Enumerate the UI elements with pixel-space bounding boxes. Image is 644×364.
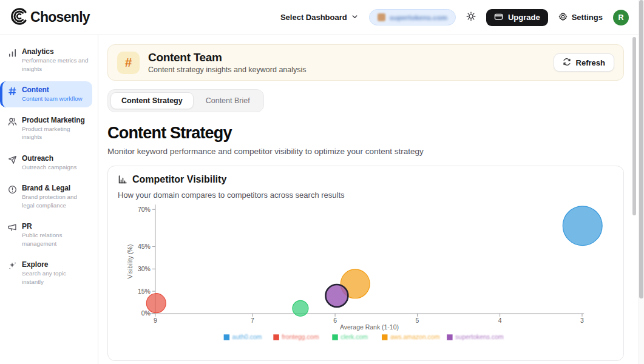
x-tick-label: 9 <box>154 317 157 324</box>
chevron-down-icon <box>351 13 359 22</box>
users-icon <box>8 117 17 126</box>
sidebar-item-label: Explore <box>22 260 89 269</box>
settings-button[interactable]: Settings <box>558 12 603 23</box>
chart-legend-item[interactable]: aws.amazon.com <box>382 334 440 340</box>
sun-icon <box>466 12 476 23</box>
legend-label: clerk.com <box>341 334 368 340</box>
x-tick-label: 5 <box>416 317 419 324</box>
legend-label: frontegg.com <box>282 334 319 340</box>
content-team-card: # Content Team Content strategy insights… <box>107 44 624 81</box>
sidebar-item-description: Brand protection and legal compliance <box>22 193 89 209</box>
column-chart-icon <box>118 175 127 184</box>
upgrade-button[interactable]: Upgrade <box>486 9 548 26</box>
legend-label: aws.amazon.com <box>390 334 440 340</box>
window-scrollbar-thumb[interactable] <box>639 0 643 298</box>
window-scrollbar-track[interactable] <box>639 0 644 364</box>
y-axis-title: Visibility (%) <box>127 244 134 279</box>
send-icon <box>8 155 17 164</box>
chart-legend-item[interactable]: clerk.com <box>332 334 368 340</box>
legend-swatch <box>382 334 387 340</box>
tab-content-brief[interactable]: Content Brief <box>195 92 261 109</box>
page-title: Content Strategy <box>107 124 624 143</box>
domain-favicon <box>378 13 385 21</box>
sidebar: AnalyticsPerformance metrics and insight… <box>0 35 98 364</box>
hash-icon <box>8 87 17 96</box>
bubble-clerk-com[interactable] <box>293 300 308 316</box>
sidebar-item-description: Product marketing insights <box>22 125 89 141</box>
tab-content-strategy[interactable]: Content Strategy <box>110 92 194 109</box>
team-card-subtitle: Content strategy insights and keyword an… <box>148 66 307 74</box>
refresh-button-label: Refresh <box>576 58 605 67</box>
main-content: # Content Team Content strategy insights… <box>98 35 632 364</box>
refresh-icon <box>563 58 571 68</box>
domain-pill-text: supertokens.com <box>390 14 447 21</box>
legend-swatch <box>273 334 279 340</box>
sidebar-item-product-marketing[interactable]: Product MarketingProduct marketing insig… <box>0 112 92 146</box>
sidebar-item-description: Search any topic instantly <box>22 269 89 286</box>
chart-card-header: Competitor Visibility <box>118 174 614 185</box>
competitor-visibility-card: Competitor Visibility How your domain co… <box>107 166 624 361</box>
sidebar-item-pr[interactable]: PRPublic relations management <box>0 218 92 252</box>
legend-swatch <box>447 334 452 340</box>
legend-label: supertokens.com <box>455 334 504 340</box>
chart-legend-item[interactable]: supertokens.com <box>447 334 504 340</box>
x-tick-label: 7 <box>251 317 254 324</box>
sidebar-item-label: Product Marketing <box>22 116 89 124</box>
avatar[interactable]: R <box>613 10 629 25</box>
sparkles-icon <box>8 261 17 271</box>
bubble-auth0-com[interactable] <box>563 206 602 246</box>
bar-chart-icon <box>8 49 17 58</box>
top-header: Chosenly Select Dashboard supertokens.co… <box>0 0 639 35</box>
competitor-visibility-chart: 0%15%30%45%70%976543Average Rank (1-10)V… <box>118 201 614 346</box>
legend-swatch <box>332 334 337 340</box>
hash-icon: # <box>117 52 140 74</box>
x-axis-title: Average Rank (1-10) <box>340 324 399 331</box>
sidebar-item-brand-legal[interactable]: Brand & LegalBrand protection and legal … <box>0 180 92 214</box>
settings-label: Settings <box>572 13 603 22</box>
tab-bar: Content StrategyContent Brief <box>107 89 264 112</box>
y-tick-label: 15% <box>138 288 151 295</box>
credit-card-icon <box>494 12 503 23</box>
legend-swatch <box>224 334 229 340</box>
domain-pill[interactable]: supertokens.com <box>369 9 456 25</box>
header-actions: Select Dashboard supertokens.com <box>280 9 629 26</box>
chart-card-title: Competitor Visibility <box>132 174 226 185</box>
x-tick-label: 3 <box>580 317 584 324</box>
sidebar-item-label: Content <box>22 86 89 94</box>
page-subtitle: Monitor keyword performance and competit… <box>107 147 624 156</box>
theme-toggle-button[interactable] <box>466 12 476 23</box>
gear-icon <box>558 12 568 23</box>
logo-text: Chosenly <box>30 9 90 25</box>
chart-legend-item[interactable]: frontegg.com <box>273 334 319 340</box>
sidebar-item-explore[interactable]: ExploreSearch any topic instantly <box>0 256 92 290</box>
sidebar-item-description: Performance metrics and insights <box>22 56 89 73</box>
x-tick-label: 4 <box>498 317 502 324</box>
chart-legend-item[interactable]: auth0.com <box>224 334 262 340</box>
legend-label: auth0.com <box>232 334 262 340</box>
sidebar-item-label: Analytics <box>22 47 89 56</box>
app-window: Chosenly Select Dashboard supertokens.co… <box>0 0 644 364</box>
upgrade-button-label: Upgrade <box>508 13 540 22</box>
bubble-supertokens-com[interactable] <box>325 285 348 307</box>
sidebar-item-content[interactable]: ContentContent team workflow <box>0 81 92 107</box>
sidebar-item-analytics[interactable]: AnalyticsPerformance metrics and insight… <box>0 43 92 77</box>
y-tick-label: 70% <box>138 206 151 213</box>
dashboard-selector-label: Select Dashboard <box>280 13 347 22</box>
bubble-frontegg-com[interactable] <box>146 294 166 313</box>
y-tick-label: 30% <box>138 266 151 272</box>
sidebar-item-outreach[interactable]: OutreachOutreach campaigns <box>0 150 92 176</box>
refresh-button[interactable]: Refresh <box>554 53 614 72</box>
sidebar-item-label: PR <box>22 222 89 231</box>
sidebar-item-description: Content team workflow <box>22 95 89 103</box>
team-card-text: Content Team Content strategy insights a… <box>148 51 307 74</box>
team-card-title: Content Team <box>148 51 307 64</box>
sidebar-item-description: Public relations management <box>22 231 89 248</box>
alert-circle-icon <box>8 185 17 194</box>
sidebar-item-label: Brand & Legal <box>22 184 89 192</box>
sidebar-item-description: Outreach campaigns <box>22 163 89 172</box>
inner-scrollbar-thumb[interactable] <box>632 37 636 215</box>
dashboard-selector[interactable]: Select Dashboard <box>280 13 359 22</box>
y-tick-label: 0% <box>141 310 151 317</box>
chart-card-subtitle: How your domain compares to competitors … <box>118 190 614 200</box>
megaphone-icon <box>8 223 17 232</box>
